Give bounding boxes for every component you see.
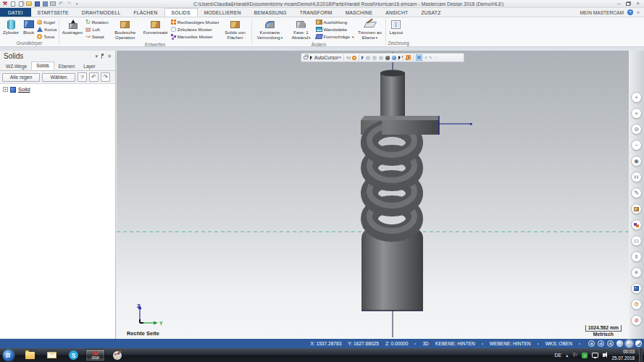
show-desktop-button[interactable] <box>639 348 643 362</box>
wandstaerke-button[interactable]: Wandstärke <box>316 26 354 33</box>
grid-snap-icon[interactable] <box>406 55 411 60</box>
tab-flaechen[interactable]: FLÄCHEN <box>127 8 164 17</box>
security-status-icon[interactable]: ✓ <box>582 353 587 358</box>
tree-expander-icon[interactable]: + <box>3 87 8 92</box>
shaded-edges-display-icon[interactable] <box>626 340 632 347</box>
snap-star-icon[interactable]: ✳ <box>631 267 642 278</box>
kugel-button[interactable]: Kugel <box>37 19 57 25</box>
regen-all-button[interactable]: Alle regen <box>2 73 40 82</box>
formschraege-button[interactable]: Formschräge <box>316 33 354 40</box>
zylinder-button[interactable]: Zylinder <box>1 18 20 36</box>
open-file-icon[interactable] <box>26 1 32 7</box>
outline-display-icon[interactable] <box>607 340 614 347</box>
hidden-icons-chevron[interactable]: ▴ <box>566 353 568 358</box>
manuelles-muster-button[interactable]: Manuelles Muster <box>171 33 219 40</box>
print-icon[interactable] <box>50 1 56 7</box>
language-indicator[interactable]: DE <box>555 353 562 358</box>
formeinsatz-button[interactable]: Formeinsatz <box>142 18 170 36</box>
tab-datei[interactable]: DATEI <box>0 8 31 17</box>
clock[interactable]: 00:03 25.07.2018 <box>611 349 635 361</box>
solid-select-icon[interactable] <box>385 56 390 60</box>
solids-von-flaechen-button[interactable]: Solids von Flächen <box>221 18 250 41</box>
aushoehlung-button[interactable]: Aushöhlung <box>316 19 354 25</box>
action-center-flag-icon[interactable]: ⚐ <box>572 353 577 358</box>
rotation-button[interactable]: ↻ Rotation <box>85 19 109 25</box>
shaded-display-icon[interactable] <box>616 340 623 347</box>
tab-zusatz[interactable]: ZUSATZ <box>414 8 447 17</box>
save-as-icon[interactable] <box>42 1 48 7</box>
zirkulares-muster-button[interactable]: Zirkulares Muster <box>171 26 219 33</box>
ruler-icon[interactable]: ‖ <box>631 251 642 262</box>
mein-mastercam-link[interactable]: MEIN MASTERCAM <box>580 10 623 15</box>
block-select-icon[interactable]: ⊘ <box>631 315 642 326</box>
xyz-entry-icon[interactable]: x,y <box>346 55 351 60</box>
pencil-icon[interactable]: ✎ <box>631 188 642 198</box>
selection-option-icon-2[interactable] <box>372 56 377 60</box>
skype-taskbar-button[interactable]: S <box>64 349 83 361</box>
tab-bemassung[interactable]: BEMASSUNG <box>248 8 293 17</box>
wcs-selector[interactable]: WKS: OBEN <box>545 341 572 346</box>
collapse-ribbon-icon[interactable]: ˄ <box>637 10 640 15</box>
fase-abstand-button[interactable]: Fase: 1 Abstand <box>288 18 314 41</box>
tab-drahtmodell[interactable]: DRAHTMODELL <box>75 8 127 17</box>
select-pointer-icon[interactable] <box>361 56 364 60</box>
visibility-icon[interactable]: ◉ <box>631 156 642 167</box>
solid-box-icon[interactable] <box>631 203 642 214</box>
cplane-selector[interactable]: KEBENE: HINTEN <box>435 341 475 346</box>
redo-icon[interactable]: ↷ <box>66 1 72 7</box>
selection-option-icon-3[interactable] <box>379 56 383 60</box>
close-button[interactable]: × <box>636 1 640 7</box>
minimize-button[interactable]: – <box>617 1 620 7</box>
spline-icon[interactable]: ~ <box>631 140 642 151</box>
window-select-icon[interactable] <box>416 54 422 61</box>
undo-history-icon[interactable]: ↶ <box>89 72 99 82</box>
lock-icon[interactable] <box>304 56 308 59</box>
wplane-selector[interactable]: WEBENE: HINTEN <box>490 341 531 346</box>
hidden-line-display-icon[interactable] <box>598 340 604 347</box>
lasso-select-icon[interactable]: ◌ <box>434 55 436 60</box>
austragen-button[interactable]: Austragen <box>61 18 84 36</box>
graphics-viewport[interactable]: AutoCursor x,y ⌗ ∿ ◌ <box>117 51 629 339</box>
select-mode-dropdown-icon[interactable] <box>398 56 401 60</box>
tip-question-icon[interactable]: ? <box>78 72 87 82</box>
konus-button[interactable]: Konus <box>37 26 57 33</box>
panel-tab-wz-wege[interactable]: WZ-Wege <box>1 63 31 70</box>
pin-icon[interactable] <box>101 54 104 59</box>
clear-selection-icon[interactable]: × <box>631 108 642 119</box>
mastercam-logo-icon[interactable]: ⚒ <box>2 1 8 7</box>
paint-taskbar-button[interactable] <box>107 349 127 361</box>
tab-transform[interactable]: TRANSFORM <box>293 8 339 17</box>
tab-modellieren[interactable]: MODELLIEREN <box>198 8 248 17</box>
polygon-select-icon[interactable]: ⌗ <box>425 55 427 60</box>
wireframe-display-icon[interactable] <box>588 340 595 347</box>
all-entities-icon[interactable] <box>392 56 396 60</box>
explorer-taskbar-button[interactable] <box>20 349 40 361</box>
solid-model[interactable] <box>117 51 629 339</box>
trimmen-an-ebene-button[interactable]: Trimmen an Ebene <box>355 18 384 41</box>
handle-icon[interactable]: H <box>631 172 642 182</box>
restore-button[interactable] <box>626 2 630 6</box>
settings-gear-icon[interactable]: ⚙ <box>631 299 642 310</box>
panel-close-icon[interactable]: ✕ <box>107 54 112 59</box>
panel-tab-solids[interactable]: Solids <box>31 62 54 70</box>
torus-button[interactable]: Torus <box>37 33 57 40</box>
block-button[interactable]: Block <box>22 18 35 36</box>
tab-solids[interactable]: SOLIDS <box>164 8 198 17</box>
mail-taskbar-button[interactable] <box>42 349 62 361</box>
konstante-verrundung-button[interactable]: Konstante Verrundung <box>254 18 287 41</box>
start-button[interactable] <box>3 350 14 361</box>
crosshair-icon[interactable]: + <box>631 92 642 103</box>
spline-select-icon[interactable]: ∿ <box>429 55 432 60</box>
select-button[interactable]: Wählen <box>42 73 75 82</box>
top-cylinder[interactable] <box>380 72 405 120</box>
redo-history-icon[interactable]: ↷ <box>101 72 110 82</box>
blue-cube-icon[interactable] <box>631 283 642 294</box>
rechteckiges-muster-button[interactable]: Rechteckiges Muster <box>171 19 219 25</box>
network-icon[interactable] <box>592 353 598 358</box>
tree-item-solid[interactable]: + Solid <box>3 86 112 93</box>
tab-startseite[interactable]: STARTSEITE <box>31 8 75 17</box>
layout-button[interactable]: Layout <box>388 18 404 36</box>
copy-icon[interactable] <box>18 1 24 7</box>
autocursor-dropdown[interactable]: AutoCursor <box>314 55 341 60</box>
mode-2d3d-toggle[interactable]: 3D <box>422 341 428 346</box>
